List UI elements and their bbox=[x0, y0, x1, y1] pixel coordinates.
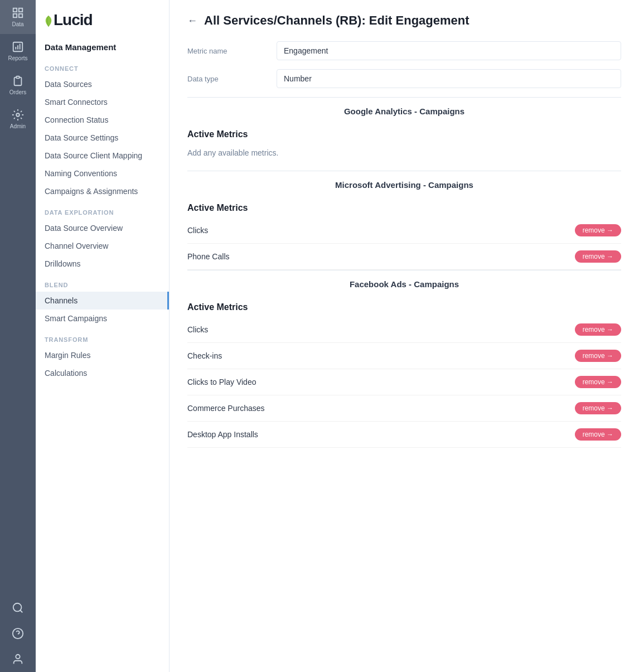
metric-name-check-ins: Check-ins bbox=[187, 351, 222, 360]
sidebar-item-data[interactable]: Data bbox=[0, 0, 36, 34]
data-icon bbox=[12, 7, 24, 19]
help-icon bbox=[12, 627, 24, 640]
sidebar-item-orders[interactable]: Orders bbox=[0, 68, 36, 102]
metric-name-row: Metric name bbox=[187, 41, 621, 60]
metric-row-clicks-ms: Clicks remove → bbox=[187, 217, 621, 244]
nav-item-calculations[interactable]: Calculations bbox=[36, 364, 169, 382]
data-type-row: Data type bbox=[187, 69, 621, 88]
back-button[interactable]: ← bbox=[187, 15, 197, 27]
connect-section-title: CONNECT bbox=[36, 56, 169, 75]
metric-name-label: Metric name bbox=[187, 47, 277, 55]
nav-item-data-source-overview[interactable]: Data Source Overview bbox=[36, 219, 169, 237]
data-management-title: Data Management bbox=[36, 33, 169, 56]
svg-point-9 bbox=[16, 113, 20, 117]
svg-rect-1 bbox=[19, 8, 22, 12]
search-icon bbox=[12, 602, 24, 614]
page-title: All Services/Channels (RB): Edit Engagem… bbox=[204, 13, 469, 28]
sidebar-item-user[interactable] bbox=[0, 646, 36, 672]
google-analytics-active-metrics-label: Active Metrics bbox=[187, 120, 621, 144]
metric-row-check-ins: Check-ins remove → bbox=[187, 343, 621, 369]
svg-rect-2 bbox=[13, 14, 17, 17]
nav-item-data-source-client-mapping[interactable]: Data Source Client Mapping bbox=[36, 147, 169, 165]
nav-item-smart-campaigns[interactable]: Smart Campaigns bbox=[36, 310, 169, 327]
data-exploration-section-title: DATA EXPLORATION bbox=[36, 200, 169, 219]
facebook-ads-header: Facebook Ads - Campaigns bbox=[187, 270, 621, 293]
nav-item-drilldowns[interactable]: Drilldowns bbox=[36, 255, 169, 273]
metric-name-clicks-to-play-video: Clicks to Play Video bbox=[187, 378, 256, 386]
metric-row-commerce-purchases: Commerce Purchases remove → bbox=[187, 395, 621, 422]
main-content: ← All Services/Channels (RB): Edit Engag… bbox=[170, 0, 639, 672]
nav-sidebar: Lucid Data Management CONNECT Data Sourc… bbox=[36, 0, 170, 672]
sidebar-item-reports[interactable]: Reports bbox=[0, 34, 36, 68]
admin-icon bbox=[12, 109, 24, 121]
nav-item-channels[interactable]: Channels bbox=[36, 292, 169, 310]
nav-item-smart-connectors[interactable]: Smart Connectors bbox=[36, 93, 169, 111]
svg-point-10 bbox=[13, 603, 22, 612]
nav-item-campaigns-assignments[interactable]: Campaigns & Assignments bbox=[36, 182, 169, 200]
logo: Lucid bbox=[36, 0, 169, 33]
reports-icon bbox=[12, 41, 24, 53]
reports-label: Reports bbox=[8, 55, 27, 61]
metric-row-clicks-fb: Clicks remove → bbox=[187, 317, 621, 343]
data-type-label: Data type bbox=[187, 75, 277, 83]
admin-label: Admin bbox=[10, 123, 26, 129]
facebook-ads-active-metrics-label: Active Metrics bbox=[187, 293, 621, 317]
icon-sidebar-bottom bbox=[0, 595, 36, 672]
metric-name-phone-calls: Phone Calls bbox=[187, 252, 230, 261]
svg-point-14 bbox=[16, 655, 20, 659]
metric-name-clicks-ms: Clicks bbox=[187, 226, 208, 235]
microsoft-advertising-header: Microsoft Advertising - Campaigns bbox=[187, 171, 621, 194]
remove-button-clicks-to-play-video[interactable]: remove → bbox=[575, 376, 621, 388]
svg-line-11 bbox=[20, 610, 22, 612]
metric-row-phone-calls: Phone Calls remove → bbox=[187, 244, 621, 270]
microsoft-advertising-active-metrics-label: Active Metrics bbox=[187, 194, 621, 217]
page-header: ← All Services/Channels (RB): Edit Engag… bbox=[187, 13, 621, 28]
orders-icon bbox=[12, 75, 24, 87]
svg-rect-3 bbox=[19, 14, 22, 17]
remove-button-commerce-purchases[interactable]: remove → bbox=[575, 402, 621, 414]
metric-name-desktop-app-installs: Desktop App Installs bbox=[187, 430, 258, 439]
orders-label: Orders bbox=[9, 89, 27, 95]
nav-item-data-sources[interactable]: Data Sources bbox=[36, 75, 169, 93]
svg-rect-0 bbox=[13, 8, 17, 12]
sidebar-item-admin[interactable]: Admin bbox=[0, 102, 36, 136]
data-type-input[interactable] bbox=[277, 69, 621, 88]
remove-button-phone-calls[interactable]: remove → bbox=[575, 250, 621, 263]
svg-rect-8 bbox=[16, 76, 20, 79]
nav-item-margin-rules[interactable]: Margin Rules bbox=[36, 346, 169, 364]
remove-button-desktop-app-installs[interactable]: remove → bbox=[575, 428, 621, 441]
transform-section-title: TRANSFORM bbox=[36, 327, 169, 346]
remove-button-clicks-ms[interactable]: remove → bbox=[575, 224, 621, 236]
nav-item-connection-status[interactable]: Connection Status bbox=[36, 111, 169, 129]
nav-item-naming-conventions[interactable]: Naming Conventions bbox=[36, 165, 169, 182]
nav-item-data-source-settings[interactable]: Data Source Settings bbox=[36, 129, 169, 147]
blend-section-title: BLEND bbox=[36, 273, 169, 292]
logo-leaf-icon bbox=[45, 16, 52, 27]
nav-item-channel-overview[interactable]: Channel Overview bbox=[36, 237, 169, 255]
sidebar-item-help[interactable] bbox=[0, 621, 36, 646]
google-analytics-header: Google Analytics - Campaigns bbox=[187, 97, 621, 120]
metric-row-desktop-app-installs: Desktop App Installs remove → bbox=[187, 422, 621, 448]
metric-name-input[interactable] bbox=[277, 41, 621, 60]
remove-button-clicks-fb[interactable]: remove → bbox=[575, 323, 621, 336]
google-analytics-empty-text: Add any available metrics. bbox=[187, 144, 621, 171]
sidebar-item-search[interactable] bbox=[0, 595, 36, 621]
metric-row-clicks-to-play-video: Clicks to Play Video remove → bbox=[187, 369, 621, 395]
logo-text: Lucid bbox=[54, 11, 93, 29]
remove-button-check-ins[interactable]: remove → bbox=[575, 350, 621, 362]
data-label: Data bbox=[12, 21, 23, 27]
user-icon bbox=[12, 653, 24, 665]
metric-name-commerce-purchases: Commerce Purchases bbox=[187, 404, 265, 413]
metric-name-clicks-fb: Clicks bbox=[187, 325, 208, 334]
icon-sidebar: Data Reports Orders Admin bbox=[0, 0, 36, 672]
